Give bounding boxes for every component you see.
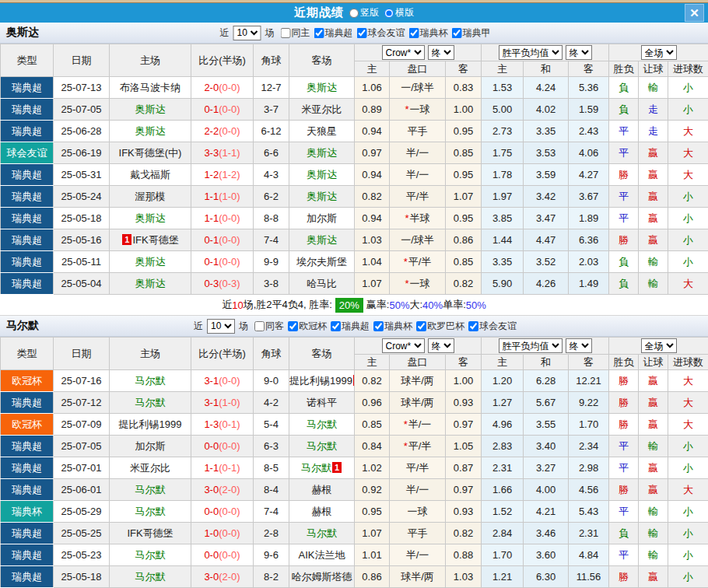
same-venue-filter[interactable]: 同主 (281, 26, 310, 40)
table-row: 瑞典超25-05-23马尔默0-0(0-0)9-6AIK法兰地1.01半/一0.… (1, 544, 708, 566)
league-filter[interactable]: 欧罗巴杯 (416, 320, 464, 333)
same-venue-filter[interactable]: 同客 (254, 320, 284, 333)
table-header-row-top: 类型日期主场比分(半场)角球客场Crow*终胜平负均值终全场 (1, 338, 708, 355)
league-filter[interactable]: 瑞典甲 (452, 26, 491, 40)
league-filter[interactable]: 球会友谊 (357, 26, 405, 40)
result-outcome: 勝 (609, 479, 639, 501)
league-checkbox[interactable] (357, 28, 367, 38)
away-team-cell: 马尔默 (289, 436, 355, 457)
odds-draw: 4.47 (524, 229, 569, 251)
filters: 近10场同主瑞典超球会友谊瑞典杯瑞典甲 (218, 26, 491, 40)
result-handicap: 贏 (639, 142, 668, 164)
company-select[interactable]: Crow* (382, 338, 425, 353)
league-checkbox[interactable] (331, 321, 341, 331)
score-cell: 3-0(2-0) (191, 479, 254, 501)
team-text: 马尔默 (307, 527, 337, 539)
same-venue-checkbox[interactable] (254, 321, 265, 331)
avg-odds-select[interactable]: 胜平负均值 (499, 338, 563, 353)
halftime-score: (0-0) (219, 103, 240, 115)
table-row: 瑞典超25-05-18马尔默3-0(2-0)8-2哈尔姆斯塔德0.86球半/两1… (1, 566, 708, 588)
league-checkbox[interactable] (409, 28, 419, 38)
team-text: 奥斯达 (307, 147, 337, 159)
sub-column-header: 主 (482, 355, 524, 370)
avg-final-select[interactable]: 终 (566, 45, 592, 60)
score-cell: 1-3(0-1) (191, 414, 254, 436)
handicap-home-odds: 1.07 (355, 273, 390, 295)
result-outcome: 平 (609, 208, 639, 229)
handicap-home-odds: 0.82 (355, 370, 390, 392)
handicap-home-odds: 0.94 (355, 164, 390, 186)
team-text: 奥斯达 (135, 256, 166, 268)
handicap-away-odds: 1.07 (446, 186, 482, 208)
odds-draw: 3.42 (524, 186, 569, 208)
league-filter[interactable]: 欧冠杯 (288, 320, 327, 333)
home-team-cell: 奥斯达 (110, 121, 191, 142)
league-filter[interactable]: 瑞典超 (314, 26, 353, 40)
avg-odds-select[interactable]: 胜平负均值 (499, 45, 563, 60)
close-button[interactable]: ✕ (685, 4, 704, 22)
odds-draw: 3.60 (524, 544, 569, 566)
recent-games-select[interactable]: 10 (207, 319, 235, 334)
result-handicap: 輸 (639, 523, 668, 544)
result-outcome: 負 (609, 251, 639, 273)
date-cell: 25-06-28 (54, 121, 110, 142)
league-filter[interactable]: 瑞典杯 (373, 320, 412, 333)
league-filter[interactable]: 瑞典杯 (409, 26, 448, 40)
away-team-cell: 哈尔姆斯塔德 (289, 566, 355, 588)
company-final-select[interactable]: 终 (428, 338, 454, 353)
league-type-cell: 欧冠杯 (1, 370, 54, 392)
corner-cell: 7-4 (254, 229, 289, 251)
odds-home: 1.78 (482, 164, 524, 186)
home-team-cell: IFK哥德堡 (110, 523, 191, 544)
league-checkbox[interactable] (416, 321, 426, 331)
away-team-cell: 赫根 (289, 479, 355, 501)
layout-option-vertical[interactable]: 竖版 (349, 6, 379, 19)
away-team-cell: AIK法兰地 (289, 544, 355, 566)
league-checkbox[interactable] (373, 321, 384, 331)
handicap-line: 球半/两 (390, 370, 446, 392)
handicap-line-text: 半/一 (408, 418, 432, 430)
league-filter-label: 瑞典超 (325, 26, 353, 40)
odds-draw: 4.24 (524, 77, 569, 99)
halftime-score: (1-2) (219, 169, 240, 180)
odds-company-group: Crow*终 (355, 338, 482, 355)
rank-badge: 1 (122, 234, 131, 245)
odds-home: 2.73 (482, 121, 524, 142)
league-filter[interactable]: 球会友谊 (468, 320, 517, 333)
result-goals: 大 (668, 414, 708, 436)
team-text: 哈尔姆斯塔德 (292, 571, 352, 583)
odds-draw: 4.02 (524, 99, 569, 121)
company-final-select[interactable]: 终 (428, 45, 454, 60)
league-checkbox[interactable] (314, 28, 324, 38)
fulltime-select[interactable]: 全场 (641, 338, 677, 353)
handicap-home-odds: 0.84 (355, 436, 390, 457)
league-checkbox[interactable] (452, 28, 462, 38)
away-team-cell: 加尔斯 (289, 208, 355, 229)
odds-away: 12.21 (569, 370, 609, 392)
vertical-radio[interactable] (349, 9, 359, 18)
date-cell: 25-07-13 (54, 77, 110, 99)
avg-final-select[interactable]: 终 (566, 338, 592, 353)
fulltime-select[interactable]: 全场 (641, 45, 677, 60)
same-venue-checkbox[interactable] (281, 28, 291, 38)
home-team-cell: 奥斯达 (110, 251, 191, 273)
summary-text: 单率: (443, 298, 466, 312)
league-checkbox[interactable] (288, 321, 298, 331)
league-filter[interactable]: 瑞典超 (331, 320, 370, 333)
near-label: 近 (220, 26, 230, 40)
corner-cell: 4-3 (254, 164, 289, 186)
handicap-line-text: 平手 (408, 125, 428, 137)
result-goals: 小 (668, 99, 708, 121)
league-checkbox[interactable] (468, 321, 478, 331)
handicap-away-odds: 0.87 (446, 457, 482, 479)
odds-home: 2.83 (482, 436, 524, 457)
company-select[interactable]: Crow* (382, 45, 425, 60)
horizontal-radio[interactable] (384, 9, 394, 18)
halftime-score: (0-0) (219, 440, 240, 452)
recent-games-select[interactable]: 10 (233, 26, 261, 40)
handicap-away-odds: 0.95 (446, 164, 482, 186)
summary-row: 近10场,胜2平4负4, 胜率:20%赢率:50% 大:40% 单率:50% (0, 295, 708, 316)
layout-option-horizontal[interactable]: 横版 (384, 6, 414, 19)
fulltime-score: 0-3 (204, 278, 219, 289)
result-handicap: 贏 (639, 479, 668, 501)
